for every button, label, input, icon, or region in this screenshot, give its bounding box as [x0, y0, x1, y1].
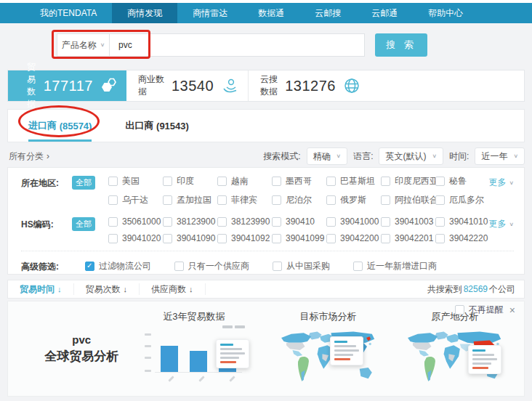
sort-label: 供应商数	[151, 283, 186, 296]
dismiss-checkbox[interactable]	[455, 305, 464, 315]
advanced-checkbox-new-importers[interactable]: 近一年新增进口商	[353, 259, 437, 273]
close-icon[interactable]: ×	[509, 304, 515, 316]
stat-cloud-search-data[interactable]: 云搜数据 131276	[248, 70, 369, 101]
region-checkbox-ecuador[interactable]: 厄瓜多尔	[435, 194, 490, 206]
chevron-right-icon: ›	[47, 151, 49, 161]
hscode-checkbox-35061000[interactable]: 35061000	[108, 216, 163, 227]
region-checkbox-russia[interactable]: 俄罗斯	[326, 194, 381, 206]
checkbox-label: 巴基斯坦	[340, 175, 375, 187]
filter-meta-row: 所有分类 › 搜索模式: 精确 ∨ 语言: 英文(默认) ∨ 时间: 近一年 ∨	[9, 147, 525, 165]
trade-analysis-panel: 不再提醒 × pvc 全球贸易分析 近3年贸易数据	[7, 301, 525, 397]
bar-chart-block: 近3年贸易数据	[140, 301, 249, 396]
hscode-checkbox-39041099[interactable]: 39041099	[272, 233, 326, 243]
search-button[interactable]: 搜 索	[375, 33, 427, 57]
nav-item-data-pass[interactable]: 数据通	[243, 3, 299, 23]
advanced-checkbox-single-supplier[interactable]: 只有一个供应商	[174, 259, 249, 273]
advanced-checkbox-filter-logistics[interactable]: 过滤物流公司	[85, 259, 151, 273]
checkbox-label: 阿拉伯联合...	[395, 194, 435, 206]
hscode-checkbox-39041003[interactable]: 39041003	[381, 216, 435, 227]
map-tooltip	[468, 345, 501, 374]
sort-by-trade-count[interactable]: 贸易次数 ↓	[74, 283, 140, 295]
bar-chart-title: 近3年贸易数据	[163, 310, 225, 323]
stat-business-data-label: 商业数据	[138, 73, 172, 98]
advanced-checkbox-buy-from-china[interactable]: 从中国采购	[273, 259, 330, 273]
region-all-button[interactable]: 全部	[72, 176, 95, 190]
sort-by-trade-time[interactable]: 贸易时间 ↓	[8, 283, 74, 295]
hscode-checkbox-39042200[interactable]: 39042200	[326, 233, 381, 243]
hscode-checkbox-38123900[interactable]: 38123900	[163, 216, 217, 227]
checkbox-icon	[435, 195, 445, 205]
bar-year-1	[161, 346, 178, 372]
hscode-checkbox-39042220[interactable]: 39042220	[435, 233, 490, 243]
region-checkbox-indonesia[interactable]: 印度尼西亚	[381, 175, 435, 187]
checkbox-label: 乌干达	[122, 194, 148, 206]
region-checkbox-peru[interactable]: 秘鲁	[435, 175, 490, 187]
y-axis-tick	[145, 345, 151, 347]
checkbox-label: 38123900	[177, 216, 215, 227]
hscode-checkbox-390410[interactable]: 390410	[272, 216, 326, 227]
checkbox-label: 39041092	[231, 233, 270, 243]
nav-item-cloud-mail-search[interactable]: 云邮搜	[299, 3, 356, 23]
hscode-checkbox-39041020[interactable]: 39041020	[108, 233, 163, 243]
sort-by-supplier-count[interactable]: 供应商数 ↓	[140, 283, 206, 295]
checkbox-label: 39041099	[286, 233, 324, 243]
checkbox-icon	[381, 177, 390, 186]
region-checkbox-philippines[interactable]: 菲律宾	[217, 194, 272, 206]
nav-item-cloud-mail-pass[interactable]: 云邮通	[356, 3, 413, 23]
checkbox-label: 菲律宾	[231, 194, 257, 206]
hscode-checkbox-39041010[interactable]: 39041010	[435, 216, 490, 227]
y-axis-tick	[145, 357, 151, 359]
tab-importers[interactable]: 进口商 (85574)	[28, 110, 92, 142]
region-checkbox-india[interactable]: 印度	[163, 175, 217, 187]
checkbox-label: 390410	[286, 216, 315, 227]
hscode-checkbox-38123990[interactable]: 38123990	[217, 216, 272, 227]
region-checkbox-usa[interactable]: 美国	[108, 175, 163, 187]
nav-item-business-discovery[interactable]: 商情发现	[112, 3, 177, 23]
search-category-dropdown[interactable]: 产品名称 ∨	[57, 33, 109, 57]
hscode-checkbox-39041090[interactable]: 39041090	[163, 233, 217, 243]
checkbox-icon	[435, 234, 445, 243]
search-mode-value: 精确	[313, 150, 331, 163]
hscode-checkbox-39041000[interactable]: 39041000	[326, 216, 381, 227]
checkbox-label: 35061000	[122, 216, 161, 227]
hscode-checkbox-39041092[interactable]: 39041092	[217, 233, 272, 243]
stat-business-data[interactable]: 商业数据 13540	[126, 70, 248, 101]
chevron-down-icon: ∨	[509, 222, 514, 227]
stat-trade-data[interactable]: 贸易数据 177117	[8, 70, 126, 101]
chart-tooltip	[216, 339, 249, 368]
target-market-map-block: 目标市场分析	[269, 301, 387, 396]
region-more-link[interactable]: 更多 ∨	[488, 177, 514, 189]
region-checkbox-vietnam[interactable]: 越南	[217, 175, 272, 187]
hscode-checkbox-39042201[interactable]: 39042201	[381, 233, 435, 243]
dismiss-label: 不再提醒	[469, 304, 504, 316]
all-categories-label: 所有分类	[9, 150, 44, 163]
nav-item-business-radar[interactable]: 商情雷达	[177, 3, 243, 23]
top-navbar: 我的TENDATA 商情发现 商情雷达 数据通 云邮搜 云邮通 帮助中心	[0, 3, 532, 23]
checkbox-label: 俄罗斯	[340, 194, 366, 206]
chevron-down-icon: ∨	[432, 153, 437, 159]
region-checkbox-mexico[interactable]: 墨西哥	[272, 175, 326, 187]
search-mode-select[interactable]: 精确 ∨	[307, 147, 348, 165]
tab-exporters[interactable]: 出口商 (91543)	[125, 110, 188, 142]
chevron-down-icon: ∨	[100, 42, 105, 48]
hscode-all-button[interactable]: 全部	[72, 217, 95, 231]
checkbox-label: 印度尼西亚	[395, 175, 435, 187]
sort-down-arrow-icon: ↓	[189, 285, 193, 293]
region-checkbox-uae[interactable]: 阿拉伯联合...	[381, 194, 435, 206]
region-checkbox-bangladesh[interactable]: 孟加拉国	[163, 194, 217, 206]
nav-item-my-tendata[interactable]: 我的TENDATA	[25, 3, 112, 23]
checkbox-icon	[381, 217, 390, 227]
all-categories-link[interactable]: 所有分类 ›	[9, 150, 49, 163]
checkbox-icon	[163, 195, 172, 205]
region-checkbox-nepal[interactable]: 尼泊尔	[272, 194, 326, 206]
region-filter-row: 所在地区: 全部 美国 印度 越南 墨西哥 巴基斯坦 印度尼西亚 秘鲁 乌干达 …	[21, 175, 524, 206]
checkbox-label: 只有一个供应商	[188, 260, 249, 272]
time-select[interactable]: 近一年 ∨	[475, 147, 525, 165]
hscode-more-link[interactable]: 更多 ∨	[488, 218, 514, 230]
y-axis-tick	[145, 333, 151, 336]
search-input[interactable]	[109, 33, 365, 57]
nav-item-help-center[interactable]: 帮助中心	[413, 3, 478, 23]
language-select[interactable]: 英文(默认) ∨	[379, 147, 443, 165]
region-checkbox-uganda[interactable]: 乌干达	[108, 194, 163, 206]
region-checkbox-pakistan[interactable]: 巴基斯坦	[326, 175, 381, 187]
